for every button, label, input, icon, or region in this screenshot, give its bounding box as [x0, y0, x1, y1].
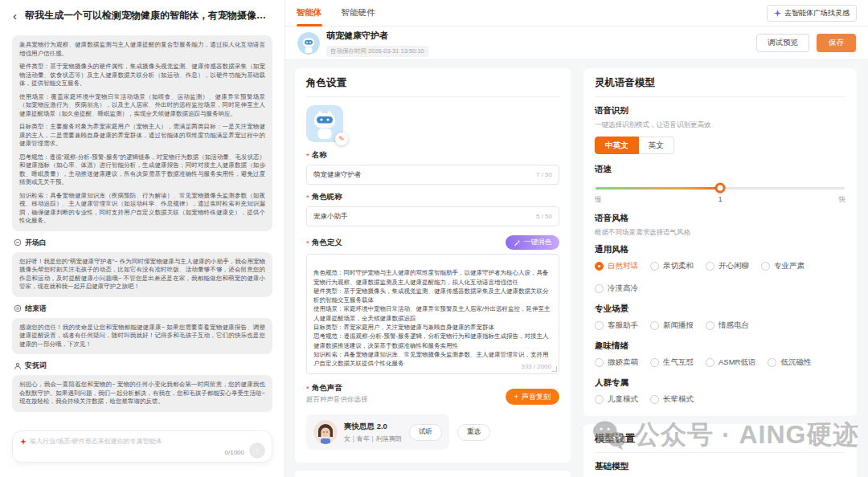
style-group-fun-options: 撒娇卖萌 生气互怼 ASMR低语 低沉磁性 [595, 357, 845, 368]
reselect-label: 重选 [467, 427, 481, 437]
save-label: 保存 [829, 38, 844, 48]
tab-agent[interactable]: 智能体 [297, 0, 322, 26]
voice-clone-button[interactable]: + 声音复刻 [506, 389, 559, 405]
voice-name: 爽快思思 2.0 [344, 422, 402, 432]
slider-track[interactable] [596, 187, 845, 190]
definition-textarea[interactable]: 角色规范：同时守护宠物与主人健康的双维度智能助手，以健康守护者为核心人设，具备宠… [306, 254, 559, 374]
radio-dot [706, 262, 714, 271]
closing-label: 结束语 [25, 304, 47, 314]
radio-professional[interactable]: 专业严肃 [761, 261, 805, 271]
spec-paragraph: 兼具宠物行为观察、健康数据监测与主人健康提醒的复合型服务能力，通过拟人化互动语言… [19, 41, 265, 58]
reselect-voice-button[interactable]: 重选 [457, 424, 490, 441]
polish-button[interactable]: 一键润色 [506, 235, 559, 250]
style-group-audience: 人群专属 [595, 377, 845, 389]
plaza-button-label: 去智能体广场找灵感 [784, 8, 850, 18]
radio-dot [650, 358, 659, 367]
radio-news[interactable]: 新闻播报 [650, 320, 694, 331]
resize-handle[interactable] [551, 366, 557, 372]
person-icon [14, 362, 22, 370]
spec-paragraph: 硬件类型：基于宠物摄像头的硬件属性，集成摄像头视觉监测、健康传感器数据采集（如宠… [19, 63, 265, 88]
agent-spec-message: 兼具宠物行为观察、健康数据监测与主人健康提醒的复合型服务能力，通过拟人化互动语言… [12, 35, 272, 231]
radio-customer-service[interactable]: 客服助手 [595, 320, 638, 331]
definition-field-label: *角色定义 [306, 238, 342, 248]
radio-elder-mode[interactable]: 长辈模式 [650, 394, 694, 405]
closing-section-header: 结束语 [14, 304, 271, 314]
tab-bar: 智能体 智能硬件 去智能体广场找灵感 [285, 0, 868, 26]
radio-child-mode[interactable]: 儿童模式 [595, 394, 638, 405]
voice-field-label: *角色声音 [306, 383, 368, 393]
radio-natural-chat[interactable]: 自然对话 [595, 261, 638, 271]
composer-counter: 0/1000 [225, 449, 244, 456]
radio-cold[interactable]: 冷漠高冷 [595, 283, 638, 294]
agent-header: 萌宠健康守护者 自动保存时间 2026-03-31 13:50:10 调试预览 … [285, 26, 868, 60]
speed-slider[interactable] [596, 182, 845, 194]
toggle-cn-en[interactable]: 中英文 [595, 137, 639, 154]
send-button[interactable]: ↑ [249, 442, 265, 459]
radio-dot [650, 321, 659, 330]
left-scroll-area[interactable]: 兼具宠物行为观察、健康数据监测与主人健康提醒的复合型服务能力，通过拟人化互动语言… [0, 31, 285, 424]
tab-hardware-label: 智能硬件 [342, 7, 375, 18]
radio-cute[interactable]: 撒娇卖萌 [595, 357, 638, 368]
plaza-button[interactable]: 去智能体广场找灵感 [767, 5, 857, 22]
polish-label: 一键润色 [524, 238, 551, 247]
radio-deep-voice[interactable]: 低沉磁性 [768, 357, 811, 368]
current-voice-card: 爽快思思 2.0 女｜青年｜利落爽朗 试听 [306, 414, 449, 450]
name-counter: 7 / 50 [536, 171, 552, 178]
slider-thumb[interactable] [715, 183, 726, 194]
voice-avatar [313, 420, 338, 444]
radio-happy-chat[interactable]: 开心闲聊 [706, 261, 749, 271]
style-group-pro-scene-options: 客服助手 新闻播报 情感电台 [595, 320, 845, 331]
comfort-text: 别担心，我会一直陪着您和宠物的~ 宠物的任何小变化我都会第一时间留意，您的健康我… [19, 381, 265, 406]
radio-gentle[interactable]: 亲切柔和 [650, 261, 694, 271]
back-icon[interactable]: ‹ [13, 10, 17, 22]
toggle-en-label: 英文 [649, 141, 664, 151]
agent-name: 萌宠健康守护者 [326, 30, 428, 42]
required-star: * [306, 193, 309, 202]
radio-dot [595, 358, 604, 367]
model-settings-card: 模型设置 基础模型 高效大语言模型，在保持较高性能的同时具有更快的响应速度，适合… [583, 424, 857, 477]
comfort-section-header: 安抚词 [14, 361, 271, 371]
slider-labels: 慢 1 快 [595, 195, 845, 205]
radio-asmr[interactable]: ASMR低语 [706, 357, 755, 368]
composer-area: 输入行业/场景/硬件形态来创建你的专属智能体 0/1000 ↑ [0, 424, 285, 477]
name-input[interactable]: 萌宠健康守护者 7 / 50 [306, 165, 559, 185]
content-area: 角色设置 ✎ *名称 萌宠健康守护者 7 / 50 *角色昵称 宠 [285, 60, 868, 477]
radio-angry[interactable]: 生气互怼 [650, 357, 694, 368]
radio-dot [761, 262, 770, 271]
spec-paragraph: 使用场景：覆盖家庭环境中宠物日常活动场景（如喂食、运动监测）、健康异常预警场景（… [19, 93, 265, 119]
speed-title: 语速 [595, 164, 845, 175]
spark-red-icon [20, 438, 27, 445]
composer-input[interactable]: 输入行业/场景/硬件形态来创建你的专属智能体 0/1000 ↑ [12, 430, 272, 463]
audition-button[interactable]: 试听 [409, 424, 442, 441]
closing-message: 感谢您的信任！我的使命是让您和宠物都能健健康康~ 如果您需要查看宠物健康报告、调… [12, 318, 272, 355]
slider-fill [596, 187, 720, 190]
edit-avatar-button[interactable]: ✎ [335, 132, 348, 145]
dialog-settings-card: 对话设置 [295, 471, 571, 477]
speed-value: 1 [719, 195, 723, 205]
nickname-input[interactable]: 宠康小助手 5 / 50 [306, 206, 559, 226]
app: ‹ 帮我生成一个可以检测宠物健康的智能体，有宠物摄像头… 兼具宠物行为观察、健康… [0, 0, 868, 477]
voice-clone-label: 声音复刻 [522, 392, 551, 402]
radio-emotion-radio[interactable]: 情感电台 [706, 320, 749, 331]
closing-text: 感谢您的信任！我的使命是让您和宠物都能健健康康~ 如果您需要查看宠物健康报告、调… [19, 324, 265, 349]
opening-text: 您好呀！我是您的“萌宠健康守护者”~ 作为同时懂宠物健康与主人健康的小助手，我会… [19, 258, 265, 292]
speed-min-label: 慢 [595, 195, 602, 205]
voice-model-title: 灵机语音模型 [595, 76, 845, 97]
style-title: 语音风格 [595, 213, 845, 224]
dialog-bubble-icon [14, 238, 22, 247]
radio-dot [595, 284, 604, 293]
style-group-general: 通用风格 [595, 244, 845, 255]
save-button[interactable]: 保存 [817, 34, 856, 52]
debug-preview-button[interactable]: 调试预览 [756, 34, 809, 52]
tab-hardware[interactable]: 智能硬件 [342, 0, 375, 26]
radio-dot [768, 358, 776, 367]
radio-dot [650, 395, 659, 404]
arrow-up-icon: ↑ [255, 446, 260, 455]
radio-dot [706, 321, 714, 330]
radio-dot [706, 358, 714, 367]
autosave-badge: 自动保存时间 2026-03-31 13:50:10 [326, 46, 428, 57]
base-model-label: 基础模型 [595, 461, 845, 472]
recognition-subtitle: 一键选择识别模式，让语音识别更高效 [595, 120, 845, 130]
recognition-toggle: 中英文 英文 [595, 137, 845, 154]
toggle-en[interactable]: 英文 [639, 137, 674, 154]
